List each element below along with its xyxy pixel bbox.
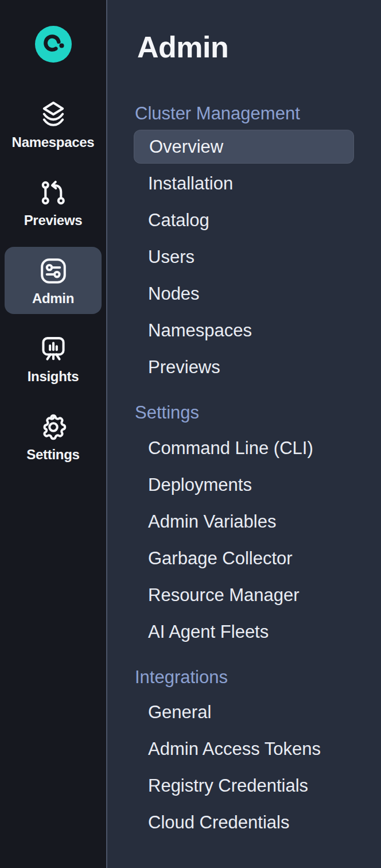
gear-icon <box>38 412 69 443</box>
rail-nav: Namespaces Previews Admin <box>5 91 102 470</box>
nav-item-overview[interactable]: Overview <box>134 130 354 164</box>
rail-item-label: Insights <box>28 369 79 385</box>
nav-item-command-line-cli[interactable]: Command Line (CLI) <box>135 430 354 467</box>
nav-item-general[interactable]: General <box>135 694 354 731</box>
nav-item-cloud-credentials[interactable]: Cloud Credentials <box>135 804 354 841</box>
layers-stack-icon <box>38 99 69 130</box>
section-settings: Settings Command Line (CLI) Deployments … <box>135 401 354 650</box>
nav-list: Overview Installation Catalog Users Node… <box>135 125 354 386</box>
nav-item-registry-credentials[interactable]: Registry Credentials <box>135 768 354 804</box>
section-integrations: Integrations General Admin Access Tokens… <box>135 666 354 841</box>
okteto-logo-icon <box>35 26 72 63</box>
rail-item-label: Admin <box>32 290 74 307</box>
nav-item-deployments[interactable]: Deployments <box>135 467 354 503</box>
rail-item-previews[interactable]: Previews <box>5 169 102 236</box>
rail-item-label: Namespaces <box>12 134 95 150</box>
git-branch-arrow-icon <box>38 177 69 208</box>
nav-item-nodes[interactable]: Nodes <box>135 276 354 312</box>
nav-item-admin-access-tokens[interactable]: Admin Access Tokens <box>135 731 354 768</box>
admin-subnav-panel: Admin Cluster Management Overview Instal… <box>107 0 381 868</box>
rail-item-settings[interactable]: Settings <box>5 403 102 470</box>
nav-item-ai-agent-fleets[interactable]: AI Agent Fleets <box>135 614 354 650</box>
nav-item-catalog[interactable]: Catalog <box>135 202 354 239</box>
presentation-chart-icon <box>38 334 69 365</box>
rail-item-admin[interactable]: Admin <box>5 247 102 314</box>
nav-item-namespaces[interactable]: Namespaces <box>135 312 354 349</box>
section-cluster-management: Cluster Management Overview Installation… <box>135 102 354 386</box>
okteto-logo[interactable] <box>35 26 72 63</box>
page-title: Admin <box>137 30 354 64</box>
rail-item-label: Settings <box>26 447 79 463</box>
nav-list: Command Line (CLI) Deployments Admin Var… <box>135 430 354 650</box>
nav-item-garbage-collector[interactable]: Garbage Collector <box>135 540 354 577</box>
nav-item-installation[interactable]: Installation <box>135 165 354 202</box>
nav-list: General Admin Access Tokens Registry Cre… <box>135 694 354 841</box>
nav-item-resource-manager[interactable]: Resource Manager <box>135 577 354 614</box>
rail-item-label: Previews <box>24 212 83 228</box>
nav-item-admin-variables[interactable]: Admin Variables <box>135 503 354 540</box>
rail-item-namespaces[interactable]: Namespaces <box>5 91 102 158</box>
rail-item-insights[interactable]: Insights <box>5 325 102 392</box>
section-header: Cluster Management <box>135 102 354 125</box>
left-rail: Namespaces Previews Admin <box>0 0 106 868</box>
section-header: Integrations <box>135 666 354 689</box>
nav-item-users[interactable]: Users <box>135 239 354 276</box>
nav-item-previews[interactable]: Previews <box>135 349 354 386</box>
sliders-icon <box>38 255 69 286</box>
section-header: Settings <box>135 401 354 424</box>
